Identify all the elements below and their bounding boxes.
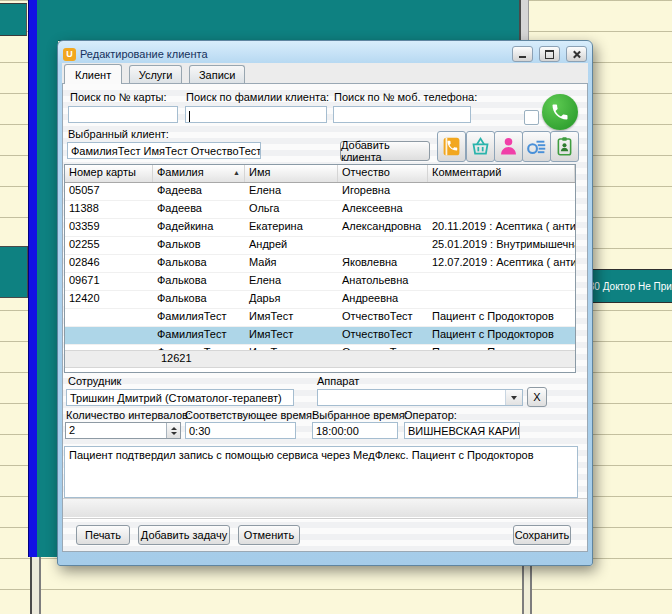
tab-services[interactable]: Услуги <box>129 65 183 83</box>
clear-apparatus-button[interactable]: X <box>527 387 547 407</box>
person-icon <box>498 136 519 157</box>
table-footer: 12621 <box>65 350 575 368</box>
selected-client-label: Выбранный клиент: <box>68 128 169 140</box>
schedule-background: :30 Доктор Не Прин U Редактирование клие… <box>0 0 672 614</box>
table-cell: 25.01.2019 : Внутримышечная ин <box>428 237 575 254</box>
add-task-button[interactable]: Добавить задачу <box>138 525 230 545</box>
schedule-column-separator <box>519 0 529 40</box>
table-row[interactable]: ФамилияТестИмяТестОтчествоТестПациент с … <box>65 309 575 327</box>
schedule-appointment-block[interactable] <box>36 0 58 557</box>
print-button[interactable]: Печать <box>76 525 130 545</box>
time-label: Выбранное время: <box>312 409 408 421</box>
apparatus-combobox[interactable] <box>317 389 523 406</box>
table-cell: Александровна <box>338 219 428 236</box>
records-count: 12621 <box>161 352 192 364</box>
tab-records[interactable]: Записи <box>189 65 246 83</box>
phonebook-icon <box>441 136 462 157</box>
table-cell <box>338 237 428 254</box>
schedule-appointment-block[interactable] <box>0 3 27 36</box>
column-header-comment[interactable]: Комментарий <box>428 165 575 182</box>
table-cell: ФамилияТест <box>153 327 245 344</box>
table-cell: Яковлевна <box>338 255 428 272</box>
selected-client-input[interactable]: ФамилияТест ИмяТест ОтчествоТест <box>67 142 261 159</box>
call-client-button[interactable] <box>542 94 578 130</box>
minimize-button[interactable] <box>512 46 533 62</box>
table-row[interactable]: 02255ФальковАндрей25.01.2019 : Внутримыш… <box>65 237 575 255</box>
table-cell: ИмяТест <box>245 327 338 344</box>
table-cell: Майя <box>245 255 338 272</box>
chevron-down-icon <box>511 396 517 400</box>
table-cell: Фадеева <box>153 201 245 218</box>
table-cell: Фадеева <box>153 183 245 200</box>
intervals-stepper[interactable]: 2 <box>65 422 181 439</box>
client-card-button[interactable] <box>494 131 523 162</box>
table-cell <box>428 183 575 200</box>
employee-input[interactable]: Тришкин Дмитрий (Стоматолог-терапевт) <box>66 389 294 406</box>
client-table-body: 05057ФадееваЕленаИгоревна11388ФадееваОль… <box>65 183 575 363</box>
add-client-button[interactable]: Добавить клиента <box>340 141 430 161</box>
table-cell: Фадейкина <box>153 219 245 236</box>
comment-textarea[interactable]: Пациент подтвердил запись с помощью серв… <box>64 446 578 498</box>
search-phone-input[interactable] <box>333 106 471 123</box>
table-cell: ОтчествоТест <box>338 309 428 326</box>
table-row[interactable]: ФамилияТестИмяТестОтчествоТестПациент с … <box>65 327 575 345</box>
search-card-input[interactable] <box>68 106 178 123</box>
table-cell: ИмяТест <box>245 309 338 326</box>
schedule-appointment-block[interactable] <box>0 246 28 298</box>
employee-label: Сотрудник <box>68 375 121 387</box>
table-cell <box>428 291 575 308</box>
call-checkbox[interactable] <box>524 110 539 125</box>
column-header-card[interactable]: Номер карты <box>65 165 153 182</box>
duration-label: Соответствующее время: <box>185 409 315 421</box>
intervals-label: Количество интервалов: <box>66 409 191 421</box>
phonebook-button[interactable] <box>437 131 466 162</box>
search-surname-label: Поиск по фамилии клиента: <box>186 91 329 103</box>
maximize-icon <box>545 50 554 59</box>
clients-table-header: Номер карты Фамилия▲ Имя Отчество Коммен… <box>65 165 575 183</box>
services-basket-button[interactable] <box>466 131 495 162</box>
column-header-name[interactable]: Имя <box>245 165 338 182</box>
payments-button[interactable] <box>522 131 551 162</box>
table-row[interactable]: 02846ФальковаМайяЯковлевна12.07.2019 : А… <box>65 255 575 273</box>
duration-input[interactable]: 0:30 <box>185 422 296 439</box>
cancel-button[interactable]: Отменить <box>238 525 300 545</box>
operator-input[interactable]: ВИШНЕВСКАЯ КАРИНА <box>404 422 520 439</box>
table-cell: 09671 <box>65 273 153 290</box>
spinner-up-icon <box>171 427 177 430</box>
close-button[interactable] <box>566 46 587 62</box>
tab-client[interactable]: Клиент <box>64 64 122 84</box>
table-cell: 03359 <box>65 219 153 236</box>
table-cell: 11388 <box>65 201 153 218</box>
table-cell <box>428 201 575 218</box>
clipboard-icon <box>554 136 575 157</box>
table-row[interactable]: 03359ФадейкинаЕкатеринаАлександровна20.1… <box>65 219 575 237</box>
table-row[interactable]: 09671ФальковаЕленаАнатольевна <box>65 273 575 291</box>
table-row[interactable]: 11388ФадееваОльгаАлексеевна <box>65 201 575 219</box>
table-cell: Екатерина <box>245 219 338 236</box>
table-cell: 02255 <box>65 237 153 254</box>
stepper-buttons[interactable] <box>166 423 180 438</box>
table-cell: Андреевна <box>338 291 428 308</box>
combo-dropdown-button[interactable] <box>505 390 522 405</box>
maximize-button[interactable] <box>539 46 560 62</box>
table-cell: Ольга <box>245 201 338 218</box>
client-badge-button[interactable] <box>550 131 579 162</box>
table-row[interactable]: 12420ФальковаДарьяАндреевна <box>65 291 575 309</box>
table-row[interactable]: 05057ФадееваЕленаИгоревна <box>65 183 575 201</box>
dialog-titlebar[interactable]: U Редактирование клиента <box>62 45 588 63</box>
table-cell: Фалькова <box>153 255 245 272</box>
search-surname-input[interactable] <box>185 106 327 123</box>
column-header-patronymic[interactable]: Отчество <box>338 165 428 182</box>
save-button[interactable]: Сохранить <box>513 525 571 545</box>
appointment-label: :30 Доктор Не Прин <box>586 281 672 292</box>
table-cell: Дарья <box>245 291 338 308</box>
table-cell: 20.11.2019 : Асептика ( антиспи <box>428 219 575 236</box>
schedule-appointment-block[interactable] <box>36 0 519 41</box>
app-logo-icon: U <box>63 48 76 61</box>
table-cell: 12420 <box>65 291 153 308</box>
column-header-surname[interactable]: Фамилия▲ <box>153 165 245 182</box>
search-phone-label: Поиск по № моб. телефона: <box>334 91 477 103</box>
spinner-down-icon <box>171 432 177 435</box>
phone-icon <box>550 102 570 122</box>
time-input[interactable]: 18:00:00 <box>312 422 398 439</box>
